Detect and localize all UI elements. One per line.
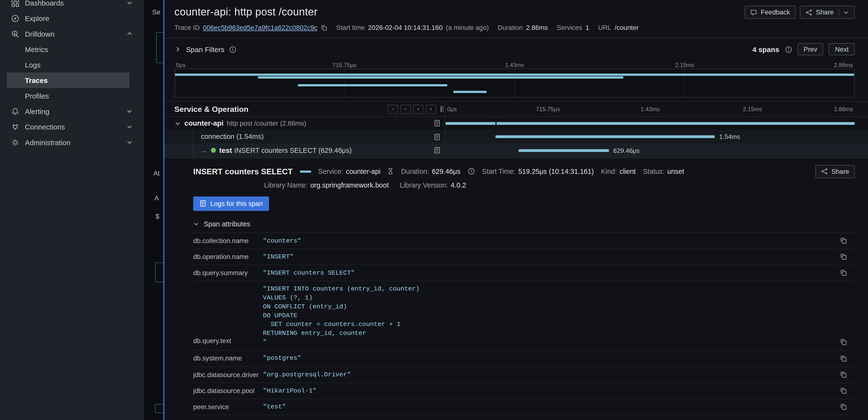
occluded-panel-fragment bbox=[155, 262, 164, 282]
span-duration-bar[interactable] bbox=[445, 122, 855, 125]
sidebar-item-label: Alerting bbox=[25, 107, 49, 115]
sidebar-item-label: Logs bbox=[25, 61, 40, 69]
status-value: unset bbox=[667, 168, 684, 175]
prev-span-button[interactable]: Prev bbox=[798, 43, 824, 56]
span-logs-icon[interactable] bbox=[434, 133, 441, 141]
url-label: URL bbox=[598, 24, 611, 32]
copy-icon[interactable] bbox=[840, 269, 847, 276]
attribute-row: db.query.text "INSERT INTO counters (ent… bbox=[193, 281, 855, 351]
attribute-key: jdbc.datasource.driver bbox=[193, 370, 263, 378]
collapse-one-button[interactable] bbox=[388, 104, 398, 114]
copy-icon[interactable] bbox=[840, 387, 847, 394]
next-span-button[interactable]: Next bbox=[829, 43, 855, 56]
minimap-canvas[interactable] bbox=[174, 69, 855, 97]
expand-all-button[interactable] bbox=[426, 104, 436, 114]
chevron-down-icon[interactable] bbox=[839, 9, 849, 15]
chevron-down-icon[interactable] bbox=[126, 0, 133, 6]
url-value: /counter bbox=[615, 24, 639, 32]
copy-icon[interactable] bbox=[840, 338, 847, 350]
span-duration-bar[interactable] bbox=[495, 136, 715, 138]
span-row-root[interactable]: counter-api http post /counter (2.86ms) bbox=[164, 117, 868, 130]
chevron-down-icon[interactable] bbox=[174, 120, 181, 127]
share-button[interactable]: Share bbox=[800, 5, 855, 19]
attribute-row: jdbc.datasource.driver "org.postgresql.D… bbox=[193, 367, 855, 383]
span-service-name: test bbox=[219, 146, 232, 154]
feedback-button[interactable]: Feedback bbox=[745, 5, 796, 19]
attribute-value: "INSERT counters SELECT" bbox=[263, 265, 840, 281]
start-time-label: Start time bbox=[336, 24, 365, 32]
logs-icon bbox=[199, 200, 207, 207]
sidebar-item-administration[interactable]: Administration bbox=[7, 134, 137, 150]
logs-for-span-button[interactable]: Logs for this span bbox=[193, 196, 269, 211]
chevron-up-icon[interactable] bbox=[126, 30, 133, 37]
attribute-key: db.query.text bbox=[193, 337, 263, 350]
span-operation-name: http post /counter (2.86ms) bbox=[227, 119, 306, 127]
attribute-value: "counters" bbox=[263, 233, 840, 248]
attribute-row: server.address "localhost" bbox=[193, 415, 855, 420]
selected-span-arrow-icon: → bbox=[200, 146, 208, 154]
span-count: 4 spans bbox=[752, 45, 779, 53]
service-label: Service: bbox=[318, 168, 343, 175]
span-logs-icon[interactable] bbox=[434, 120, 441, 127]
sidebar-item-alerting[interactable]: Alerting bbox=[7, 103, 137, 119]
trace-id-value[interactable]: 006ec5b963ed5e7a9fc1a622c0802c9c bbox=[203, 24, 317, 32]
attribute-key: server.address bbox=[193, 419, 263, 420]
span-row-insert-counters[interactable]: → test INSERT counters SELECT (629.46μs)… bbox=[164, 144, 868, 157]
occluded-panel-fragment bbox=[155, 404, 164, 413]
copy-icon[interactable] bbox=[321, 24, 328, 31]
copy-icon[interactable] bbox=[840, 237, 847, 244]
library-version-label: Library Version: bbox=[400, 181, 448, 189]
services-value: 1 bbox=[585, 24, 589, 32]
sidebar-item-label: Metrics bbox=[25, 45, 48, 53]
sidebar-item-logs[interactable]: Logs bbox=[7, 57, 137, 72]
span-duration-bar[interactable] bbox=[519, 149, 609, 152]
trace-id-label: Trace ID bbox=[174, 24, 199, 32]
span-row-connection[interactable]: connection (1.54ms) 1.54ms bbox=[164, 130, 868, 144]
sidebar-item-metrics[interactable]: Metrics bbox=[7, 41, 137, 57]
copy-icon[interactable] bbox=[840, 403, 847, 410]
attribute-key: db.system.name bbox=[193, 355, 263, 362]
page-title: counter-api: http post /counter bbox=[174, 6, 317, 18]
occluded-text-fragment: A bbox=[155, 194, 159, 202]
tick-label: 1.43ms bbox=[505, 61, 524, 68]
expand-one-button[interactable] bbox=[400, 104, 411, 114]
copy-icon[interactable] bbox=[840, 355, 847, 362]
duration-value: 629.46μs bbox=[432, 168, 461, 175]
sidebar-item-profiles[interactable]: Profiles bbox=[7, 88, 137, 103]
chevron-right-icon[interactable] bbox=[174, 46, 181, 53]
span-filters-title[interactable]: Span Filters bbox=[186, 45, 224, 53]
tick-label: 0μs bbox=[176, 61, 185, 68]
kind-value: client bbox=[620, 168, 636, 175]
sidebar-item-label: Explore bbox=[25, 14, 49, 23]
attribute-key: db.collection.name bbox=[193, 237, 263, 244]
status-label: Status: bbox=[643, 168, 664, 175]
span-logs-icon[interactable] bbox=[434, 147, 441, 154]
column-resize-handle[interactable] bbox=[441, 106, 443, 112]
collapse-all-button[interactable] bbox=[413, 104, 424, 114]
sidebar-item-dashboards[interactable]: Dashboards bbox=[7, 0, 137, 10]
chevron-down-icon[interactable] bbox=[126, 123, 133, 130]
occluded-text-fragment: At bbox=[153, 170, 160, 177]
span-duration-label: 629.46μs bbox=[613, 147, 640, 154]
share-icon bbox=[821, 168, 828, 175]
span-attributes-toggle[interactable]: Span attributes bbox=[193, 220, 855, 228]
copy-icon[interactable] bbox=[840, 371, 847, 378]
span-share-button[interactable]: Share bbox=[815, 165, 855, 178]
tick-label: 1.43ms bbox=[641, 106, 660, 113]
drilldown-icon bbox=[11, 30, 19, 38]
sidebar-item-explore[interactable]: Explore bbox=[7, 10, 137, 26]
span-service-name: counter-api bbox=[184, 119, 224, 127]
sidebar-item-connections[interactable]: Connections bbox=[7, 119, 137, 134]
copy-icon[interactable] bbox=[840, 253, 847, 260]
kind-label: Kind: bbox=[601, 168, 617, 175]
sidebar-item-label: Profiles bbox=[25, 92, 49, 100]
sidebar-item-drilldown[interactable]: Drilldown bbox=[7, 26, 137, 41]
span-filters-bar: Span Filters 4 spans Prev Next bbox=[164, 38, 868, 60]
chevron-down-icon[interactable] bbox=[126, 139, 133, 146]
sidebar-item-traces[interactable]: Traces bbox=[7, 72, 130, 88]
plug-icon bbox=[11, 123, 19, 131]
minimap-ruler: 0μs 715.75μs 1.43ms 2.15ms 2.86ms bbox=[174, 61, 855, 69]
minimap-span-bar bbox=[258, 77, 623, 79]
span-attributes-table: db.collection.name "counters" db.operati… bbox=[193, 232, 855, 420]
chevron-down-icon[interactable] bbox=[126, 108, 133, 115]
